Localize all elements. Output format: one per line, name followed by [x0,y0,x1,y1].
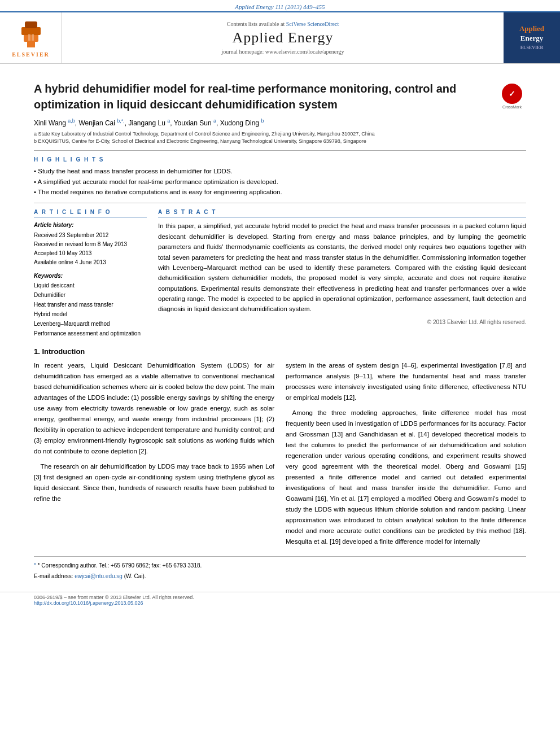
abstract-text: In this paper, a simplified, yet accurat… [158,221,526,314]
elsevier-brand-text: ELSEVIER [12,51,50,58]
intro-left-col: In recent years, Liquid Desiccant Dehumi… [34,360,274,551]
keyword-1: Liquid desiccant [34,281,147,290]
svg-rect-2 [21,27,41,35]
available-date: Available online 4 June 2013 [34,258,147,267]
article-info-abstract: A R T I C L E I N F O Article history: R… [34,209,526,338]
intro-right-col: system in the areas of system design [4–… [286,360,526,551]
affiliation-b: b EXQUISITUS, Centre for E-City, School … [34,138,526,145]
author-youxian: Youxian Sun a, [174,119,220,127]
keyword-2: Dehumidifier [34,290,147,300]
keywords-label: Keywords: [34,273,147,279]
svg-rect-4 [28,34,30,41]
highlight-item-1: Study the heat and mass transfer process… [34,166,526,176]
email-link[interactable]: ewjcai@ntu.edu.sg [75,573,123,579]
journal-header: ELSEVIER Contents lists available at Sci… [0,11,560,64]
article-info-col: A R T I C L E I N F O Article history: R… [34,209,147,338]
intro-para-2: The research on air dehumidification by … [34,461,274,504]
footnote-divider [34,556,526,557]
sciverse-line: Contents lists available at SciVerse Sci… [227,21,339,27]
journal-citation: Applied Energy 111 (2013) 449–455 [235,3,325,10]
highlight-item-2: A simplified yet accurate model for real… [34,177,526,187]
abstract-label: A B S T R A C T [158,209,526,217]
author-jiangang: Jiangang Lu a, [128,119,173,127]
keyword-3: Heat transfer and mass transfer [34,300,147,309]
highlights-list: Study the heat and mass transfer process… [34,166,526,197]
keyword-4: Hybrid model [34,309,147,319]
sciverse-link[interactable]: SciVerse ScienceDirect [286,21,339,27]
highlights-label: H I G H L I G H T S [34,156,526,163]
intro-two-col: In recent years, Liquid Desiccant Dehumi… [34,360,526,551]
keywords-list: Liquid desiccant Dehumidifier Heat trans… [34,281,147,338]
ae-logo-box: Applied Energy ELSEVIER [509,18,554,58]
article-title-section: A hybrid dehumidifier model for real-tim… [34,81,526,112]
journal-name: Applied Energy [233,29,334,46]
divider-1 [34,150,526,151]
keyword-5: Levenberg–Marquardt method [34,319,147,329]
article-info-label: A R T I C L E I N F O [34,209,147,217]
history-label: Article history: [34,221,147,230]
author-xinli: Xinli Wang a,b, [34,119,78,127]
keyword-6: Performance assessment and optimization [34,329,147,338]
accepted-date: Accepted 10 May 2013 [34,249,147,258]
highlights-section: H I G H L I G H T S Study the heat and m… [34,156,526,197]
intro-para-4: Among the three modeling approaches, fin… [286,408,526,547]
authors-line: Xinli Wang a,b, Wenjian Cai b,*,, Jianga… [34,118,526,127]
main-content: A hybrid dehumidifier model for real-tim… [0,64,560,592]
elsevier-logo: ELSEVIER [0,12,62,63]
received-revised: Received in revised form 8 May 2013 [34,240,147,249]
svg-rect-1 [24,34,38,42]
affiliations: a State Key Laboratory of Industrial Con… [34,130,526,145]
footnote-email: E-mail address: ewjcai@ntu.edu.sg (W. Ca… [34,572,526,580]
page-footer: 0306-2619/$ – see front matter © 2013 El… [0,592,560,608]
introduction-section: 1. Introduction In recent years, Liquid … [34,347,526,551]
crossmark-label: CrossMark [502,105,522,109]
article-title: A hybrid dehumidifier model for real-tim… [34,81,489,112]
keywords-section: Keywords: Liquid desiccant Dehumidifier … [34,273,147,338]
footnote-corresponding: * * Corresponding author. Tel.: +65 6790… [34,561,526,570]
footnote-star: * [34,562,36,569]
divider-2 [34,203,526,203]
intro-para-3: system in the areas of system design [4–… [286,360,526,403]
copyright-line: © 2013 Elsevier Ltd. All rights reserved… [158,319,526,325]
footer-copyright: 0306-2619/$ – see front matter © 2013 El… [34,595,526,600]
journal-info-bar: Applied Energy 111 (2013) 449–455 [0,0,560,11]
article-history: Article history: Received 23 September 2… [34,221,147,267]
highlight-item-3: The model requires no iterative computat… [34,187,526,197]
footer-doi[interactable]: http://dx.doi.org/10.1016/j.apenergy.201… [34,600,526,606]
svg-rect-3 [25,21,37,28]
journal-homepage: journal homepage: www.elsevier.com/locat… [222,49,344,55]
journal-title-center: Contents lists available at SciVerse Sci… [62,12,504,63]
ae-logo-text: Applied Energy ELSEVIER [519,24,544,51]
received-date: Received 23 September 2012 [34,231,147,240]
abstract-col: A B S T R A C T In this paper, a simplif… [158,209,526,338]
crossmark-logo: ✓ CrossMark [498,84,526,109]
author-xudong: Xudong Ding b [220,119,264,127]
affiliation-a: a State Key Laboratory of Industrial Con… [34,130,526,138]
intro-heading: 1. Introduction [34,347,526,356]
author-wenjian: Wenjian Cai b,*,, [78,119,128,127]
svg-rect-5 [32,34,34,41]
elsevier-tree-logo [11,18,51,49]
applied-energy-logo: Applied Energy ELSEVIER [504,12,560,63]
intro-para-1: In recent years, Liquid Desiccant Dehumi… [34,360,274,457]
crossmark-icon: ✓ [502,84,522,104]
